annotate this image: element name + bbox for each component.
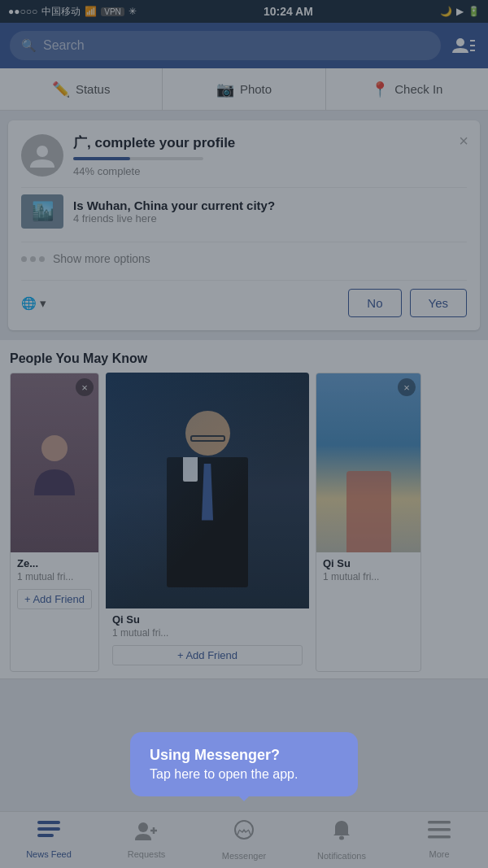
svg-rect-16	[428, 835, 451, 839]
privacy-dropdown-icon: ▾	[40, 296, 46, 311]
city-question: Is Wuhan, China your current city?	[73, 198, 275, 212]
action-bar: ✏️ Status 📷 Photo 📍 Check In	[0, 68, 488, 111]
list-item: × Qi Su 1 mutual fri... + Add Friend	[106, 373, 309, 672]
svg-point-13	[339, 836, 344, 840]
city-thumbnail: 🏙️	[21, 194, 63, 229]
svg-rect-7	[37, 827, 60, 831]
dismiss-person-1-button[interactable]: ×	[76, 378, 94, 396]
messenger-icon	[233, 819, 255, 848]
messenger-popup-subtitle: Tap here to open the app.	[150, 767, 338, 782]
tab-requests[interactable]: Requests	[98, 812, 195, 868]
svg-rect-15	[428, 828, 451, 831]
tab-more[interactable]: More	[390, 812, 488, 868]
status-label: Status	[76, 82, 111, 96]
globe-icon: 🌐	[21, 296, 37, 311]
battery-icon: 🔋	[468, 6, 480, 17]
search-bar[interactable]: 🔍 Search	[10, 31, 441, 60]
more-icon	[428, 821, 451, 846]
close-profile-card-button[interactable]: ×	[459, 132, 468, 150]
search-icon: 🔍	[21, 38, 37, 53]
requests-icon	[135, 821, 158, 846]
svg-rect-6	[37, 821, 60, 824]
carrier-label: 中国移动	[41, 5, 81, 19]
newsfeed-label: News Feed	[26, 849, 72, 859]
person-2-mutual: 1 mutual fri...	[106, 627, 309, 642]
dismiss-person-3-button[interactable]: ×	[398, 378, 416, 396]
tab-notifications[interactable]: Notifications	[293, 812, 390, 868]
card-footer: 🌐 ▾ No Yes	[21, 280, 467, 317]
photo-label: Photo	[240, 82, 272, 96]
svg-point-9	[138, 822, 148, 832]
pymk-title: People You May Know	[10, 351, 478, 366]
show-more-options[interactable]: Show more options	[21, 242, 467, 272]
person-3-photo	[316, 373, 420, 552]
messenger-popup-title: Using Messenger?	[150, 747, 338, 764]
messenger-label: Messenger	[222, 851, 266, 861]
beach-figure	[346, 471, 391, 552]
progress-text: 44% complete	[73, 165, 467, 177]
notifications-label: Notifications	[317, 851, 366, 861]
status-left: ●●○○○ 中国移动 📶 VPN ✳	[8, 5, 137, 19]
person-3-mutual: 1 mutual fri...	[316, 571, 420, 586]
status-icon: ✏️	[52, 81, 70, 98]
location-icon: ▶	[456, 6, 464, 17]
tab-messenger[interactable]: Messenger	[195, 812, 293, 868]
person-2-name: Qi Su	[106, 608, 309, 627]
city-text: Is Wuhan, China your current city? 4 fri…	[73, 198, 275, 225]
svg-rect-14	[428, 821, 451, 824]
no-button[interactable]: No	[348, 289, 401, 317]
progress-bar-bg	[73, 157, 203, 160]
card-actions: No Yes	[348, 289, 467, 317]
status-right: 🌙 ▶ 🔋	[440, 6, 480, 17]
notifications-icon	[332, 819, 351, 848]
status-button[interactable]: ✏️ Status	[0, 68, 163, 110]
more-label: More	[429, 849, 449, 859]
avatar	[21, 134, 63, 177]
person-2-photo	[106, 373, 309, 608]
profile-name: 广, complete your profile	[73, 133, 467, 152]
photo-button[interactable]: 📷 Photo	[163, 68, 325, 110]
profile-info: 广, complete your profile 44% complete	[73, 133, 467, 177]
list-item: × Qi Su 1 mutual fri...	[316, 373, 421, 672]
yes-button[interactable]: Yes	[410, 289, 467, 317]
list-item: × Ze... 1 mutual fri... + Add Friend	[10, 373, 99, 672]
vpn-badge: VPN	[101, 7, 124, 16]
photo-icon: 📷	[216, 81, 234, 98]
person-1-name: Ze...	[11, 552, 98, 571]
svg-rect-8	[37, 834, 54, 837]
person-1-photo	[11, 373, 98, 552]
newsfeed-icon	[37, 821, 60, 846]
svg-point-5	[41, 435, 68, 461]
person-1-mutual: 1 mutual fri...	[11, 571, 98, 586]
profile-header: 广, complete your profile 44% complete	[21, 133, 467, 177]
progress-bar-fill	[73, 157, 130, 160]
profile-complete-card: × 广, complete your profile 44% complete …	[8, 120, 480, 330]
person-3-name: Qi Su	[316, 552, 420, 571]
add-friend-1-button[interactable]: + Add Friend	[17, 589, 92, 609]
pymk-cards: × Ze... 1 mutual fri... + Add Friend ×	[10, 373, 478, 672]
privacy-button[interactable]: 🌐 ▾	[21, 296, 46, 311]
checkin-icon: 📍	[371, 81, 389, 98]
moon-icon: 🌙	[440, 6, 452, 17]
svg-point-4	[37, 146, 48, 157]
nav-bar: 🔍 Search	[0, 23, 488, 68]
svg-point-0	[456, 38, 464, 46]
signal-dots: ●●○○○	[8, 6, 37, 17]
tab-newsfeed[interactable]: News Feed	[0, 812, 98, 868]
status-bar: ●●○○○ 中国移动 📶 VPN ✳ 10:24 AM 🌙 ▶ 🔋	[0, 0, 488, 23]
messenger-popup[interactable]: Using Messenger? Tap here to open the ap…	[130, 732, 358, 796]
signal-icon: ✳	[129, 6, 137, 17]
city-friends: 4 friends live here	[73, 212, 275, 225]
wifi-icon: 📶	[85, 6, 97, 17]
checkin-label: Check In	[394, 82, 442, 96]
people-you-may-know-section: People You May Know × Ze... 1 mutual fri…	[0, 340, 488, 679]
requests-label: Requests	[128, 849, 165, 859]
dots-icon	[21, 256, 45, 262]
city-suggestion: 🏙️ Is Wuhan, China your current city? 4 …	[21, 187, 467, 235]
status-time: 10:24 AM	[264, 5, 313, 18]
search-placeholder: Search	[43, 38, 85, 53]
add-friend-2-button[interactable]: + Add Friend	[112, 645, 303, 665]
tab-bar: News Feed Requests Messenger	[0, 811, 488, 868]
checkin-button[interactable]: 📍 Check In	[326, 68, 488, 110]
profile-menu-button[interactable]	[449, 31, 478, 60]
